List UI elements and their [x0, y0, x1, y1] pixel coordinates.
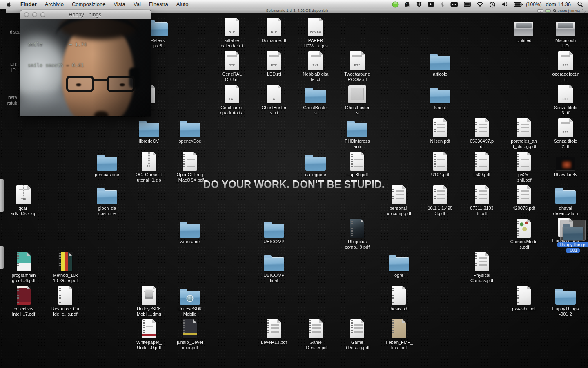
desktop-icon-nilsen-pdf[interactable]: Nilsen.pdf: [421, 116, 460, 144]
desktop-icon-siftable-calendar-rtf[interactable]: RTFsiftablecalendar.rtf: [212, 16, 252, 49]
skype-status-icon[interactable]: [389, 0, 401, 9]
desktop-icon-ghostbusters-txt[interactable]: TXTGhostBusters.txt: [254, 83, 294, 116]
desktop-icon-pxv-ishii-pdf[interactable]: pxv-ishii.pdf: [504, 284, 543, 312]
resize-grip[interactable]: [582, 9, 586, 13]
desktop-icon-oglgame-tutorial-1-zip[interactable]: ZIPOGLGame_Tutorial_1.zip: [129, 150, 169, 183]
spotlight-icon[interactable]: [574, 0, 588, 9]
minimize-button[interactable]: [32, 12, 37, 17]
keyboard-battery-icon[interactable]: [448, 0, 461, 9]
menu-aiuto[interactable]: Aiuto: [172, 0, 193, 9]
desktop-icon-qcar-sdk-0-9-7-zip[interactable]: ZIPqcar-sdk-0.9.7.zip: [4, 183, 43, 216]
desktop-icon-openglprog-macosx-pdf[interactable]: OpenGLProg_MacOSX.pdf: [170, 150, 209, 183]
desktop-icon-ubicomp[interactable]: UBICOMP: [254, 217, 294, 245]
menu-composizione[interactable]: Composizione: [68, 0, 109, 9]
icon-label: wireframe: [170, 239, 209, 245]
desktop-icon-operadefect-rtf[interactable]: RTFoperadefect.rtf: [546, 49, 585, 82]
desktop-icon-collective-intell-7-pdf[interactable]: collective-intell...7.pdf: [4, 284, 43, 317]
desktop-icon-05336497-pdf[interactable]: 05336497.pdf: [462, 116, 501, 149]
desktop-icon-game-des-g-pdf[interactable]: Game+Des...g.pdf: [338, 317, 377, 350]
zoom-control[interactable]: Zoom (100%): [553, 9, 580, 13]
bluetooth-icon[interactable]: [437, 0, 448, 9]
icon-label: Tieben_FMP_final.pdf: [379, 340, 419, 350]
desktop-icon-paper-how-ages[interactable]: PAGESPAPERHOW...ages: [296, 16, 335, 49]
desktop-icon-macintosh-hd[interactable]: MacintoshHD: [546, 16, 585, 49]
desktop-icon-junaio-developer-pdf[interactable]: junaio_Developer.pdf: [170, 317, 209, 350]
menu-finder[interactable]: Finder: [16, 0, 41, 9]
desktop-icon-tweetaround-room-rtf[interactable]: RTFTweetaroundROOM.rtf: [338, 49, 377, 82]
desktop-icon-07311-21038-pdf[interactable]: 07311.21038.pdf: [462, 183, 501, 216]
desktop-icon-game-des-5-pdf[interactable]: Game+Des...5.pdf: [296, 317, 335, 350]
toolbar-image-dropdown-icon[interactable]: ▾: [545, 9, 551, 13]
desktop-icon-da-leggere[interactable]: da leggere: [296, 150, 335, 177]
desktop-icon-ubiquitus-comp-9-pdf[interactable]: Ubiquituscomp...9.pdf: [338, 217, 377, 250]
desktop-icon-untitled[interactable]: Untitled: [504, 16, 543, 43]
desktop-icon-led-rtf[interactable]: RTFLED.rtf: [254, 49, 294, 77]
desktop-icon-libreriecv[interactable]: librerieCV: [129, 116, 169, 144]
icon-label: UBICOMP: [254, 239, 294, 245]
desktop-icon-level-13-pdf[interactable]: Level+13.pdf: [254, 317, 294, 345]
desktop-icon-resource-guide-c-s-pdf[interactable]: Resource_Guide_c...s.pdf: [46, 284, 85, 317]
creature-app-icon[interactable]: [401, 0, 413, 9]
desktop-icon-senza-titolo-2-rtf[interactable]: RTFSenza titolo2.rtf: [546, 116, 585, 149]
desktop-icon-tis09-pdf[interactable]: tis09.pdf: [462, 150, 501, 177]
desktop-icon-whitepaper-unife-0-pdf[interactable]: Whitepaper_Unife...0.pdf: [129, 317, 169, 350]
close-button[interactable]: [24, 12, 29, 17]
icon-label: Cerchiare ilquadrato.txt: [212, 105, 252, 116]
desktop-icon-programming-col-6-pdf[interactable]: programming-col...6.pdf: [4, 250, 43, 283]
desktop-icon-10-1-1-1-4953-pdf[interactable]: 10.1.1.1.4953.pdf: [421, 183, 460, 216]
folder-icon: [136, 116, 162, 137]
desktop-icon-happythings-001-2[interactable]: HappyThings-001 2: [546, 284, 585, 317]
desktop-icon-420075-pdf[interactable]: 420075.pdf: [504, 183, 543, 211]
icon-label: Game+Des...g.pdf: [338, 340, 377, 350]
menu-clock[interactable]: dom 14.36: [543, 1, 574, 7]
desktop-icon-senza-titolo-3-rtf[interactable]: RTFSenza titolo3.rtf: [546, 83, 585, 116]
battery-icon[interactable]: [511, 0, 526, 9]
dropbox-icon[interactable]: [413, 0, 425, 9]
desktop-icon-ubicomp-final[interactable]: UBICOMPfinal: [254, 250, 294, 283]
desktop-icon-nebbiadigitale-txt[interactable]: TXTNebbiaDigitale.txt: [296, 49, 335, 82]
desktop-icon-r-apl3b-pdf[interactable]: r-apl3b.pdf: [338, 150, 377, 177]
desktop-icon-ghostbusters[interactable]: Ghostbusters: [338, 83, 377, 116]
desktop-icon-unifeyesdk-mobile[interactable]: UnifeyeSDKMobile: [170, 284, 209, 317]
desktop-icon-domande-rtf[interactable]: RTFDomande.rtf: [254, 16, 294, 43]
apple-menu[interactable]: [0, 0, 16, 9]
window-titlebar[interactable]: Happy Things!: [20, 10, 151, 19]
desktop-icon-ogre[interactable]: ogre: [379, 250, 419, 278]
desktop-icon-dhaval-defen-ation[interactable]: dhavaldefen...ation: [546, 183, 585, 216]
desktop-icon-p525-ishii-pdf[interactable]: p525-ishii.pdf: [504, 150, 543, 183]
menu-archivio[interactable]: Archivio: [41, 0, 68, 9]
desktop-icon-unifeyesdk-mobil-dmg[interactable]: UnifeyeSDKMobil....dmg: [129, 284, 169, 317]
teleport-icon[interactable]: [425, 0, 437, 9]
desktop-icon-method-10x10-g-e-pdf[interactable]: Method_10x10_G...e.pdf: [46, 250, 85, 283]
desktop-icon-persuasione[interactable]: persuasione: [87, 150, 127, 177]
desktop-icon-kinect[interactable]: kinect: [421, 83, 460, 110]
desktop-icon-personal-ubicomp-pdf[interactable]: personal-ubicomp.pdf: [379, 183, 419, 216]
desktop-icon-articolo[interactable]: articolo: [421, 49, 460, 77]
desktop-icon-cameramodels-pdf[interactable]: CameraModels.pdf: [504, 217, 543, 250]
desktop-icon-dhaval-m4v[interactable]: Dhaval.m4v: [546, 150, 585, 177]
icon-label: 07311.21038.pdf: [462, 206, 501, 216]
desktop-icon-thesis-pdf[interactable]: thesis.pdf: [379, 284, 419, 312]
zoom-button[interactable]: [40, 12, 45, 17]
desktop-icon-cerchiare-il-quadrato-txt[interactable]: TXTCerchiare ilquadrato.txt: [212, 83, 252, 116]
desktop-icon-giochi-da-costruire[interactable]: giochi dacostruire: [87, 183, 127, 216]
display-icon[interactable]: [461, 0, 474, 9]
wifi-icon[interactable]: [474, 0, 486, 9]
menu-vai[interactable]: Vai: [129, 0, 145, 9]
desktop-icon-phdinteressanti[interactable]: PHDinteressanti: [338, 116, 377, 149]
battery-percentage[interactable]: (100%): [526, 2, 543, 7]
desktop-icon-physical-com-s-pdf[interactable]: PhysicalCom...s.pdf: [462, 250, 501, 283]
volume-icon[interactable]: [499, 0, 511, 9]
desktop-icon-tieben-fmp-final-pdf[interactable]: Tieben_FMP_final.pdf: [379, 317, 419, 350]
time-machine-icon[interactable]: [486, 0, 499, 9]
desktop-icon-ghostbusters[interactable]: GhostBusters: [296, 83, 335, 116]
desktop-icon-portholes-and-plu-g-pdf[interactable]: portholes_and_plu...g.pdf: [504, 116, 543, 149]
desktop-icon-u104-pdf[interactable]: U104.pdf: [421, 150, 460, 177]
desktop-icon-general-obj-rtf[interactable]: RTFGeneRALOBJ.rtf: [212, 49, 252, 82]
toolbar-dropdown-icon[interactable]: ▾: [537, 9, 543, 13]
menu-vista[interactable]: Vista: [109, 0, 129, 9]
desktop-icon-wireframe[interactable]: wireframe: [170, 217, 209, 245]
menu-finestra[interactable]: Finestra: [145, 0, 172, 9]
desktop-icon-happythings-001[interactable]: HappyThings-001: [553, 220, 588, 254]
desktop-icon-opencvdoc[interactable]: opencvDoc: [170, 116, 209, 144]
